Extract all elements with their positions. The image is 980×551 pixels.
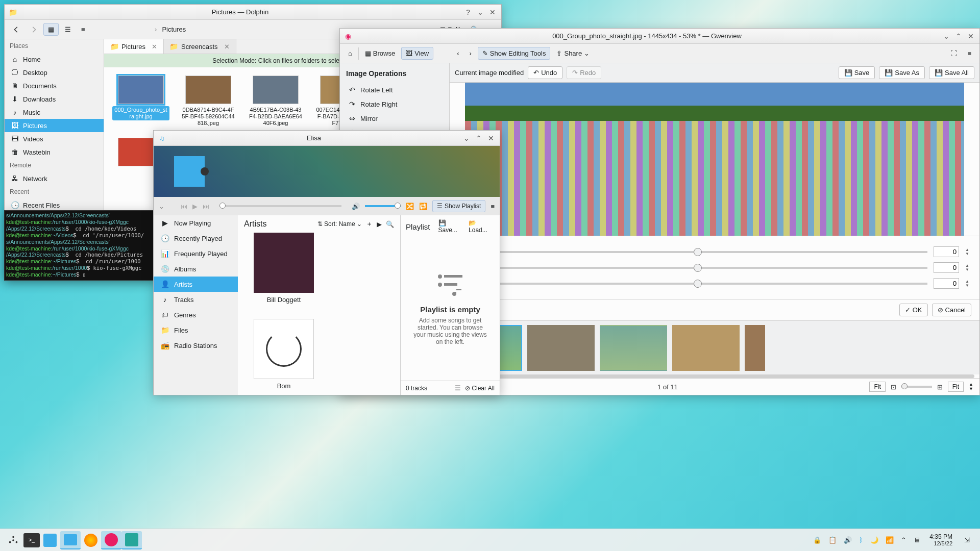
task-gwenview[interactable] xyxy=(101,531,121,549)
nav-artists[interactable]: 👤Artists xyxy=(154,277,238,292)
load-playlist-button[interactable]: 📂 Load... xyxy=(469,219,495,234)
minimize-icon[interactable]: ⌄ xyxy=(942,32,951,41)
task-konsole[interactable]: >_ xyxy=(23,533,40,547)
shuffle-button[interactable]: 🔀 xyxy=(406,203,414,210)
spin-1[interactable] xyxy=(934,246,959,257)
places-item-pictures[interactable]: 🖼Pictures xyxy=(5,119,104,132)
zoom-100[interactable]: ⊡ xyxy=(891,383,896,391)
play-button[interactable]: ▶ xyxy=(192,203,198,210)
thumb-scrollbar[interactable] xyxy=(455,374,974,378)
op-rotate-left[interactable]: ↶Rotate Left xyxy=(346,83,443,97)
artist-item[interactable]: Bom xyxy=(253,319,314,390)
spin-down[interactable]: ▼ xyxy=(965,284,969,288)
file-item[interactable]: 0DBA8714-B9C4-4F5F-BF45-592604C44818.jpe… xyxy=(180,76,237,128)
collapse-icon[interactable]: ⌄ xyxy=(159,203,164,210)
tab-pictures[interactable]: 📁Pictures✕ xyxy=(104,39,164,54)
tray-expand-icon[interactable]: ⌃ xyxy=(901,536,906,544)
close-icon[interactable]: ✕ xyxy=(966,32,975,41)
zoom-fill[interactable]: ⊞ xyxy=(937,383,943,391)
clear-all-button[interactable]: ⊘ Clear All xyxy=(465,385,495,392)
op-mirror[interactable]: ⇔Mirror xyxy=(346,111,443,126)
task-discover[interactable] xyxy=(40,531,60,549)
file-item[interactable]: 000_Group_photo_straight.jpg xyxy=(112,76,169,128)
places-item-downloads[interactable]: ⬇Downloads xyxy=(5,92,104,106)
tray-bluetooth-icon[interactable]: ᛒ xyxy=(859,536,863,544)
elisa-titlebar[interactable]: ♫ Elisa ⌄ ⌃ ✕ xyxy=(154,131,500,146)
menu-button[interactable]: ≡ xyxy=(491,203,495,210)
nav-frequently-played[interactable]: 📊Frequently Played xyxy=(154,246,238,261)
add-button[interactable]: ＋ xyxy=(366,219,373,229)
slider-3[interactable] xyxy=(460,283,927,285)
places-item-wastebin[interactable]: 🗑Wastebin xyxy=(5,145,104,159)
nav-files[interactable]: 📁Files xyxy=(154,322,238,338)
prev-track-button[interactable]: ⏮ xyxy=(181,203,187,210)
next-track-button[interactable]: ⏭ xyxy=(203,203,209,210)
terminal-output[interactable]: s/Announcements/Apps/22.12/Screencasts' … xyxy=(5,211,153,280)
details-view-button[interactable]: ≡ xyxy=(77,23,89,35)
editing-tools-button[interactable]: ✎ Show Editing Tools xyxy=(478,47,551,60)
playlist-view-icon[interactable]: ☰ xyxy=(455,384,461,392)
zoom-fit[interactable]: Fit xyxy=(869,382,885,392)
saveas-button[interactable]: 💾 Save As xyxy=(879,66,925,79)
places-item-home[interactable]: ⌂Home xyxy=(5,53,104,66)
spin-down[interactable]: ▼ xyxy=(965,268,969,272)
show-playlist-button[interactable]: ☰ Show Playlist xyxy=(432,200,485,212)
tray-volume-icon[interactable]: 🔊 xyxy=(844,536,852,544)
seek-bar[interactable] xyxy=(219,205,341,207)
share-button[interactable]: ⇪ Share ⌄ xyxy=(552,47,594,59)
back-button[interactable] xyxy=(9,24,24,35)
volume-icon[interactable]: 🔊 xyxy=(352,203,360,210)
breadcrumb[interactable]: Pictures xyxy=(162,26,186,33)
app-launcher-button[interactable] xyxy=(3,531,23,549)
thumbnail-strip[interactable] xyxy=(450,320,979,374)
tray-night-icon[interactable]: 🌙 xyxy=(870,536,878,544)
image-viewport[interactable] xyxy=(450,83,979,236)
help-icon[interactable]: ? xyxy=(463,8,473,17)
tray-clipboard-icon[interactable]: 📋 xyxy=(828,536,837,544)
places-item-desktop[interactable]: 🖵Desktop xyxy=(5,66,104,79)
task-dolphin[interactable] xyxy=(60,531,81,549)
places-item-videos[interactable]: 🎞Videos xyxy=(5,132,104,145)
close-icon[interactable]: ✕ xyxy=(486,134,496,143)
compact-view-button[interactable]: ☰ xyxy=(61,23,75,35)
save-button[interactable]: 💾 Save xyxy=(839,66,875,79)
close-tab-icon[interactable]: ✕ xyxy=(224,43,230,51)
spin-3[interactable] xyxy=(934,278,959,289)
thumbnail[interactable] xyxy=(527,325,595,371)
spin-2[interactable] xyxy=(934,262,959,273)
slider-1[interactable] xyxy=(460,251,927,253)
fullscreen-button[interactable]: ⛶ xyxy=(946,47,961,59)
repeat-button[interactable]: 🔁 xyxy=(419,203,427,210)
nav-albums[interactable]: 💿Albums xyxy=(154,261,238,277)
menu-button[interactable]: ≡ xyxy=(963,47,975,59)
tray-display-icon[interactable]: 🖥 xyxy=(914,536,920,544)
thumbnail[interactable] xyxy=(600,325,667,371)
zoom-up[interactable]: ▲▼ xyxy=(969,382,973,391)
places-item-documents[interactable]: 🗎Documents xyxy=(5,79,104,92)
konsole-window[interactable]: s/Announcements/Apps/22.12/Screencasts' … xyxy=(4,210,154,281)
minimize-icon[interactable]: ⌄ xyxy=(476,8,485,17)
minimize-icon[interactable]: ⌄ xyxy=(462,134,471,143)
home-button[interactable]: ⌂ xyxy=(344,47,356,59)
artist-item[interactable]: Bill Doggett xyxy=(253,233,314,304)
places-item-network[interactable]: 🖧Network xyxy=(5,172,104,185)
sort-button[interactable]: ⇅ Sort: Name ⌄ xyxy=(317,220,362,228)
nav-now-playing[interactable]: ▶Now Playing xyxy=(154,215,238,231)
undo-button[interactable]: ↶ Undo xyxy=(528,66,562,79)
saveall-button[interactable]: 💾 Save All xyxy=(929,66,974,79)
task-elisa[interactable] xyxy=(121,531,142,549)
tab-screencasts[interactable]: 📁Screencasts✕ xyxy=(164,39,236,54)
nav-tracks[interactable]: ♪Tracks xyxy=(154,292,238,307)
save-playlist-button[interactable]: 💾 Save... xyxy=(438,219,465,234)
zoom-fit2[interactable]: Fit xyxy=(948,382,964,392)
thumbnail[interactable] xyxy=(745,325,765,371)
show-desktop-button[interactable]: ⇲ xyxy=(957,531,977,549)
zoom-slider[interactable] xyxy=(901,386,932,388)
cancel-button[interactable]: ⊘ Cancel xyxy=(932,304,971,316)
close-tab-icon[interactable]: ✕ xyxy=(152,43,157,51)
slider-2[interactable] xyxy=(460,267,927,269)
dolphin-titlebar[interactable]: 📁 Pictures — Dolphin ? ⌄ ✕ xyxy=(5,5,501,20)
search-button[interactable]: 🔍 xyxy=(386,220,394,228)
ok-button[interactable]: ✓ OK xyxy=(899,304,928,316)
clock[interactable]: 4:35 PM 12/5/22 xyxy=(925,533,957,547)
